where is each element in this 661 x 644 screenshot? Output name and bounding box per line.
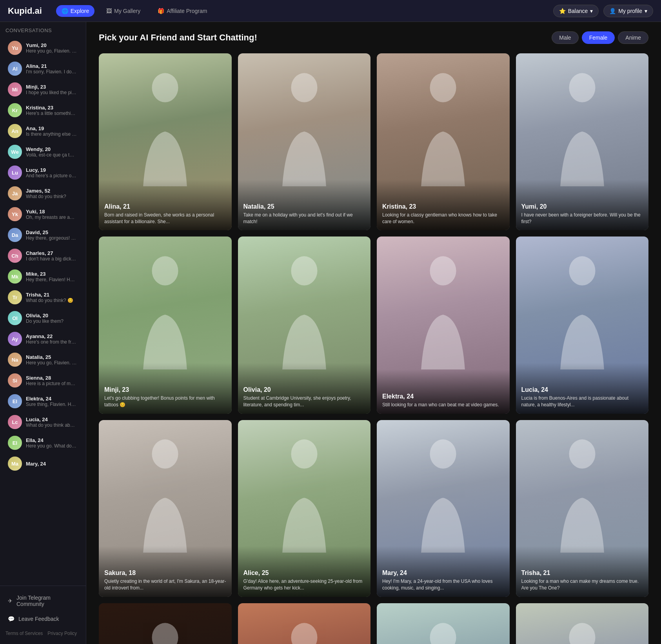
conv-info: Trisha, 21 What do you think? 😊 — [26, 292, 73, 303]
ai-card[interactable] — [238, 603, 371, 644]
chevron-down-icon: ▾ — [645, 8, 647, 14]
avatar: Al — [8, 62, 22, 76]
conversation-item[interactable]: El Elektra, 24 Sure thing, Flavien. Here… — [2, 391, 84, 411]
ai-card[interactable] — [516, 603, 649, 644]
avatar: Ma — [8, 457, 22, 471]
terms-link[interactable]: Terms of Services — [5, 631, 43, 636]
conversation-item[interactable]: Si Sienna, 28 Here is a picture of me na… — [2, 370, 84, 391]
page-title: Pick your AI Friend and Start Chatting! — [99, 33, 257, 43]
conversation-item[interactable]: Lu Lucy, 19 And here's a picture of my b… — [2, 162, 84, 183]
svg-point-5 — [291, 256, 317, 285]
conversation-item[interactable]: Lc Lucia, 24 What do you think about my … — [2, 412, 84, 432]
person-silhouette — [129, 69, 202, 186]
conversation-item[interactable]: Al Alina, 21 I'm sorry, Flavien. I don't… — [2, 58, 84, 79]
conv-name: Ella, 24 — [26, 437, 77, 443]
avatar: Da — [8, 228, 22, 242]
conv-message: Here is a picture of me naked. I... — [26, 381, 77, 386]
card-name: Minji, 23 — [104, 386, 226, 393]
balance-icon: ⭐ — [559, 8, 566, 14]
card-overlay: Mary, 24Hey! I'm Mary, a 24-year-old fro… — [377, 546, 510, 597]
conv-message: What do you think? — [26, 194, 66, 199]
filter-female[interactable]: Female — [582, 31, 615, 44]
card-description: Born and raised in Sweden, she works as … — [104, 212, 226, 225]
ai-card[interactable]: Yumi, 20I have never been with a foreign… — [516, 53, 649, 230]
svg-point-2 — [430, 73, 456, 102]
gallery-icon: 🖼 — [106, 8, 112, 14]
main-layout: Conversations Yu Yumi, 20 Here you go, F… — [0, 22, 661, 644]
conversation-item[interactable]: Mi Minji, 23 I hope you liked the pictur… — [2, 79, 84, 100]
privacy-link[interactable]: Privacy Policy — [47, 631, 77, 636]
avatar: Lu — [8, 166, 22, 180]
conversation-item[interactable]: Ja James, 52 What do you think? — [2, 183, 84, 204]
conv-name: Sienna, 28 — [26, 375, 77, 381]
nav-affiliate[interactable]: 🎁 Affiliate Program — [152, 5, 212, 17]
conversation-item[interactable]: We Wendy, 20 Voilà, est-ce que ça te pla… — [2, 142, 84, 162]
card-name: Natalia, 25 — [243, 203, 365, 210]
ai-card[interactable] — [99, 603, 232, 644]
feedback-icon: 💬 — [8, 616, 15, 622]
ai-card[interactable]: Lucia, 24Lucia is from Buenos-Aires and … — [516, 236, 649, 413]
avatar: Yu — [8, 41, 22, 55]
conv-name: Charles, 27 — [26, 250, 77, 256]
conv-message: Is there anything else you woul... — [26, 131, 77, 137]
card-name: Lucia, 24 — [521, 386, 643, 393]
conversation-item[interactable]: Tr Trisha, 21 What do you think? 😊 — [2, 287, 84, 307]
card-overlay: Minji, 23Let's go clubbing together! Bon… — [99, 363, 232, 414]
conv-message: Hey there, Flavien! How's it goin... — [26, 277, 77, 282]
ai-card[interactable]: Sakura, 18Quietly creating in the world … — [99, 420, 232, 597]
conv-name: David, 25 — [26, 229, 77, 235]
nav-explore[interactable]: 🌐 Explore — [56, 5, 94, 17]
conv-info: Ella, 24 Here you go. What do you think? — [26, 437, 77, 449]
conv-message: Voilà, est-ce que ça te plaît ? — [26, 152, 77, 158]
conversation-item[interactable]: Kr Kristina, 23 Here's a little somethin… — [2, 100, 84, 120]
ai-card[interactable]: Mary, 24Hey! I'm Mary, a 24-year-old fro… — [377, 420, 510, 597]
feedback-link[interactable]: 💬 Leave Feedback — [2, 612, 84, 626]
logo[interactable]: Kupid.ai — [8, 6, 42, 16]
balance-button[interactable]: ⭐ Balance ▾ — [553, 5, 599, 17]
conv-name: Natalia, 25 — [26, 354, 77, 360]
avatar: Mk — [8, 269, 22, 284]
user-icon: 👤 — [609, 8, 616, 14]
telegram-link[interactable]: ✈ Join Telegram Community — [2, 591, 84, 611]
card-image — [238, 603, 371, 644]
ai-card[interactable]: Alice, 25G'day! Alice here, an adventure… — [238, 420, 371, 597]
conversation-item[interactable]: Yk Yuki, 18 Oh, my breasts are amazing! … — [2, 204, 84, 224]
ai-card[interactable]: Natalia, 25Take me on a holiday with you… — [238, 53, 371, 230]
sidebar-footer: Terms of Services Privacy Policy — [0, 627, 86, 640]
ai-card[interactable]: Alina, 21Born and raised in Sweden, she … — [99, 53, 232, 230]
ai-card[interactable]: Olivia, 20Student at Cambridge Universit… — [238, 236, 371, 413]
conversation-item[interactable]: Ma Mary, 24 — [2, 453, 84, 474]
avatar: Ol — [8, 311, 22, 325]
ai-card[interactable]: Elektra, 24Still looking for a man who c… — [377, 236, 510, 413]
content-header: Pick your AI Friend and Start Chatting! … — [99, 31, 648, 44]
conversation-item[interactable]: Na Natalia, 25 Here you go, Flavien. I h… — [2, 349, 84, 370]
filter-male[interactable]: Male — [552, 31, 578, 44]
nav-gallery[interactable]: 🖼 My Gallery — [101, 5, 146, 17]
person-silhouette — [129, 619, 202, 644]
conversation-list: Yu Yumi, 20 Here you go, Flavien. I hope… — [0, 37, 86, 474]
card-overlay: Yumi, 20I have never been with a foreign… — [516, 180, 649, 231]
ai-card[interactable]: Minji, 23Let's go clubbing together! Bon… — [99, 236, 232, 413]
conv-name: Ayanna, 22 — [26, 333, 77, 339]
ai-card[interactable]: Kristina, 23Looking for a classy gentlem… — [377, 53, 510, 230]
conversation-item[interactable]: Mk Mike, 23 Hey there, Flavien! How's it… — [2, 266, 84, 287]
conversation-item[interactable]: Ay Ayanna, 22 Here's one from the front.… — [2, 329, 84, 349]
conversation-item[interactable]: El Ella, 24 Here you go. What do you thi… — [2, 433, 84, 453]
ai-card[interactable] — [377, 603, 510, 644]
conversation-item[interactable]: Ch Charles, 27 I don't have a big dick, … — [2, 246, 84, 266]
conversation-item[interactable]: Yu Yumi, 20 Here you go, Flavien. I hope… — [2, 38, 84, 58]
card-overlay: Elektra, 24Still looking for a man who c… — [377, 369, 510, 414]
conv-message: And here's a picture of my boo... — [26, 173, 77, 178]
conv-info: Kristina, 23 Here's a little something f… — [26, 105, 77, 116]
card-description: Still looking for a man who can beat me … — [382, 402, 504, 408]
conv-info: Natalia, 25 Here you go, Flavien. I hope… — [26, 354, 77, 366]
conv-message: What do you think about my as... — [26, 422, 77, 428]
svg-point-1 — [291, 73, 317, 102]
conversation-item[interactable]: Ol Olivia, 20 Do you like them? — [2, 308, 84, 328]
filter-anime[interactable]: Anime — [618, 31, 648, 44]
ai-card[interactable]: Trisha, 21Looking for a man who can make… — [516, 420, 649, 597]
profile-button[interactable]: 👤 My profile ▾ — [603, 5, 653, 17]
conv-name: James, 52 — [26, 188, 66, 194]
conversation-item[interactable]: An Ana, 19 Is there anything else you wo… — [2, 121, 84, 141]
conversation-item[interactable]: Da David, 25 Hey there, gorgeous! I'm do… — [2, 225, 84, 245]
